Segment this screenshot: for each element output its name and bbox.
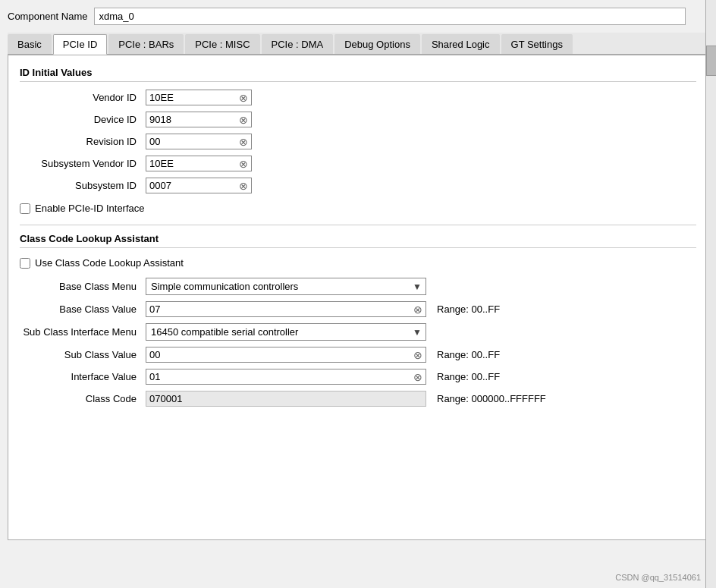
base-class-menu-label: Base Class Menu [20, 281, 141, 292]
component-name-row: Component Name [8, 8, 708, 25]
component-name-input[interactable] [94, 8, 686, 25]
subsystem-id-label: Subsystem ID [20, 180, 141, 191]
sub-class-value-input[interactable] [146, 347, 426, 363]
sub-class-menu-select[interactable]: 16450 compatible serial controller [146, 323, 426, 341]
subsystem-id-input[interactable] [146, 178, 252, 193]
sub-class-value-clear[interactable]: ⊗ [412, 350, 424, 360]
class-code-input [146, 391, 426, 407]
interface-value-wrap: ⊗ [146, 369, 426, 385]
base-class-value-row: Base Class Value ⊗ Range: 00..FF [20, 301, 696, 317]
base-class-range: Range: 00..FF [437, 303, 500, 315]
vendor-id-row: Vendor ID ⊗ [20, 90, 696, 105]
tabs-bar: Basic PCIe ID PCIe : BARs PCIe : MISC PC… [8, 33, 708, 55]
device-id-wrap: ⊗ [146, 112, 252, 127]
class-code-row: Class Code Range: 000000..FFFFFF [20, 391, 696, 407]
enable-pcie-id-label[interactable]: Enable PCIe-ID Interface [35, 203, 145, 214]
vendor-id-label: Vendor ID [20, 92, 141, 103]
revision-id-label: Revision ID [20, 136, 141, 147]
use-class-code-checkbox[interactable] [20, 258, 30, 269]
revision-id-clear[interactable]: ⊗ [237, 137, 250, 147]
sub-class-menu-row: Sub Class Interface Menu 16450 compatibl… [20, 323, 696, 341]
interface-range: Range: 00..FF [437, 371, 500, 382]
base-class-menu-select[interactable]: Simple communication controllers [146, 278, 426, 295]
base-class-value-clear[interactable]: ⊗ [412, 304, 424, 315]
device-id-clear[interactable]: ⊗ [237, 115, 250, 125]
scrollbar[interactable] [705, 0, 716, 588]
watermark: CSDN @qq_31514061 [615, 573, 701, 582]
subsystem-vendor-id-clear[interactable]: ⊗ [237, 159, 250, 169]
tab-gt-settings[interactable]: GT Settings [501, 34, 573, 54]
interface-value-row: Interface Value ⊗ Range: 00..FF [20, 369, 696, 385]
subsystem-vendor-id-wrap: ⊗ [146, 156, 252, 171]
tab-pcie-id[interactable]: PCIe ID [53, 34, 108, 55]
vendor-id-clear[interactable]: ⊗ [237, 93, 250, 103]
tab-pcie-misc[interactable]: PCIe : MISC [185, 34, 259, 54]
sub-class-menu-label: Sub Class Interface Menu [20, 326, 141, 338]
class-code-label: Class Code [20, 393, 141, 404]
section-divider [20, 225, 696, 225]
use-class-code-label[interactable]: Use Class Code Lookup Assistant [35, 257, 184, 269]
vendor-id-input[interactable] [146, 90, 252, 105]
enable-pcie-id-checkbox[interactable] [20, 203, 30, 214]
revision-id-input[interactable] [146, 134, 252, 149]
class-code-title: Class Code Lookup Assistant [20, 233, 696, 248]
tab-pcie-bars[interactable]: PCIe : BARs [108, 34, 184, 54]
main-container: Component Name Basic PCIe ID PCIe : BARs… [0, 0, 716, 588]
device-id-label: Device ID [20, 114, 141, 125]
revision-id-wrap: ⊗ [146, 134, 252, 149]
sub-class-value-row: Sub Class Value ⊗ Range: 00..FF [20, 347, 696, 363]
base-class-menu-row: Base Class Menu Simple communication con… [20, 278, 696, 295]
id-initial-values-title: ID Initial Values [20, 67, 696, 82]
subsystem-vendor-id-label: Subsystem Vendor ID [20, 158, 141, 169]
device-id-row: Device ID ⊗ [20, 112, 696, 127]
component-name-label: Component Name [8, 11, 88, 22]
device-id-input[interactable] [146, 112, 252, 127]
subsystem-id-row: Subsystem ID ⊗ [20, 178, 696, 193]
interface-value-clear[interactable]: ⊗ [412, 372, 424, 382]
class-code-range: Range: 000000..FFFFFF [437, 393, 546, 404]
sub-class-value-label: Sub Class Value [20, 349, 141, 360]
sub-class-menu-wrap: 16450 compatible serial controller ▼ [146, 323, 426, 341]
interface-value-label: Interface Value [20, 371, 141, 382]
sub-class-value-wrap: ⊗ [146, 347, 426, 363]
subsystem-vendor-id-row: Subsystem Vendor ID ⊗ [20, 156, 696, 171]
tab-content-pcie-id: ID Initial Values Vendor ID ⊗ Device ID … [8, 55, 708, 540]
base-class-menu-wrap: Simple communication controllers ▼ [146, 278, 426, 295]
base-class-value-label: Base Class Value [20, 303, 141, 315]
tab-shared-logic[interactable]: Shared Logic [422, 34, 500, 54]
subsystem-vendor-id-input[interactable] [146, 156, 252, 171]
enable-pcie-id-row: Enable PCIe-ID Interface [20, 203, 696, 214]
sub-class-range: Range: 00..FF [437, 349, 500, 360]
tab-debug-options[interactable]: Debug Options [334, 34, 420, 54]
subsystem-id-wrap: ⊗ [146, 178, 252, 193]
revision-id-row: Revision ID ⊗ [20, 134, 696, 149]
interface-value-input[interactable] [146, 369, 426, 385]
subsystem-id-clear[interactable]: ⊗ [237, 181, 250, 191]
use-class-code-row: Use Class Code Lookup Assistant [20, 257, 696, 269]
tab-pcie-dma[interactable]: PCIe : DMA [262, 34, 334, 54]
base-class-value-input[interactable] [146, 301, 426, 317]
scrollbar-thumb[interactable] [706, 46, 716, 76]
vendor-id-wrap: ⊗ [146, 90, 252, 105]
tab-basic[interactable]: Basic [8, 34, 52, 54]
base-class-value-wrap: ⊗ [146, 301, 426, 317]
